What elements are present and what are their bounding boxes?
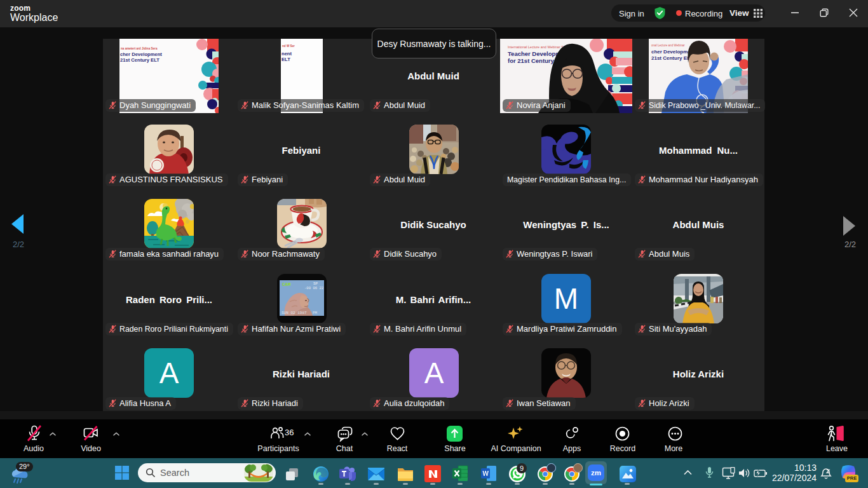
svg-text:SP: SP <box>313 281 318 286</box>
svg-text:onal Lecture and Webinar: onal Lecture and Webinar <box>651 44 685 47</box>
svg-text:nd W Ser: nd W Ser <box>282 44 295 48</box>
svg-text:ELT: ELT <box>281 57 290 62</box>
svg-text:cher Development: cher Development <box>120 51 162 57</box>
svg-text:cher Developme: cher Developme <box>651 49 691 55</box>
svg-text:nent: nent <box>281 51 292 57</box>
svg-text:-00 06 22: -00 06 22 <box>304 286 323 290</box>
svg-text:21st Century EL: 21st Century EL <box>651 55 690 61</box>
svg-text:na ametert ard Jidina Sera: na ametert ard Jidina Sera <box>121 47 158 50</box>
svg-text:SUN 02 1987: SUN 02 1987 <box>281 311 307 315</box>
svg-text:21st Century ELT: 21st Century ELT <box>120 57 159 63</box>
svg-text:PM: PM <box>313 311 318 315</box>
svg-text:CAM: CAM <box>282 282 291 287</box>
